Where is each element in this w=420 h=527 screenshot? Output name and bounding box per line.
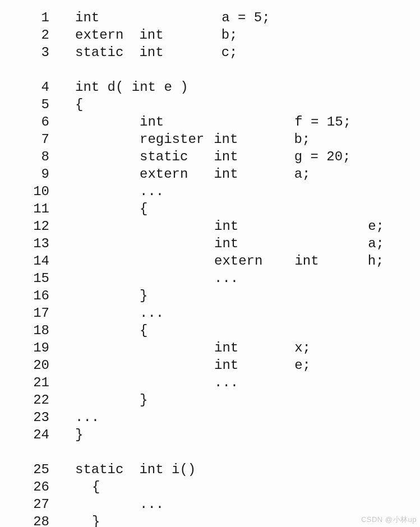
code-line: 5{: [16, 97, 416, 114]
code-token: int i(): [139, 462, 196, 477]
line-number: 19: [16, 340, 75, 355]
line-number: 14: [16, 253, 75, 269]
code-token: int: [214, 236, 238, 251]
code-token: e;: [294, 358, 311, 373]
line-number: 18: [16, 323, 75, 338]
code-token: register: [140, 132, 204, 147]
line-number: 3: [16, 45, 75, 60]
code-token: b;: [294, 132, 310, 147]
code-line: 7registerintb;: [16, 132, 416, 149]
code-token: }: [75, 427, 83, 442]
code-token: static: [75, 45, 123, 60]
code-token: static: [75, 462, 123, 477]
code-line: 1inta = 5;: [16, 10, 416, 27]
code-line: 18{: [16, 323, 416, 340]
code-token: f = 15;: [294, 114, 351, 130]
code-token: e;: [368, 219, 384, 234]
code-line: 15...: [16, 271, 416, 288]
code-token: int: [214, 167, 238, 182]
code-token: extern: [214, 253, 262, 269]
line-number: 11: [16, 201, 75, 216]
code-token: a = 5;: [221, 10, 270, 25]
line-number: 17: [16, 306, 75, 321]
code-line: 19intx;: [16, 340, 416, 358]
line-number: 13: [16, 236, 75, 251]
code-token: int: [75, 10, 99, 25]
line-number: 8: [16, 149, 75, 164]
code-line: 21...: [16, 375, 416, 392]
line-number: 1: [16, 10, 75, 25]
code-token: int: [214, 149, 238, 164]
code-line: 27...: [16, 497, 416, 514]
code-token: int: [139, 45, 163, 60]
line-number: 9: [16, 167, 75, 182]
line-number: 10: [16, 184, 75, 199]
code-token: ...: [140, 306, 164, 321]
line-number: 7: [16, 132, 75, 147]
code-token: int: [214, 132, 238, 147]
code-line: 25staticint i(): [16, 462, 416, 479]
code-line: 9externinta;: [16, 167, 416, 184]
line-number: 2: [16, 27, 75, 43]
line-number: 23: [16, 410, 75, 425]
code-token: ...: [140, 184, 164, 199]
code-line: 2externintb;: [16, 27, 416, 45]
code-token: int: [214, 340, 238, 355]
code-line: 6intf = 15;: [16, 114, 416, 132]
code-token: ...: [75, 410, 99, 425]
code-token: int: [294, 253, 319, 269]
line-number: 21: [16, 375, 75, 390]
code-token: c;: [221, 45, 238, 60]
code-token: {: [140, 201, 147, 216]
line-number: 22: [16, 392, 75, 408]
code-line: 22}: [16, 392, 416, 410]
code-line: 12inte;: [16, 219, 416, 236]
code-line: 26{: [16, 479, 416, 497]
code-token: h;: [368, 253, 384, 269]
code-token: int d( int e ): [75, 80, 188, 95]
line-number: 27: [16, 497, 75, 512]
code-token: a;: [294, 167, 311, 182]
code-token: ...: [214, 375, 238, 390]
code-token: int: [214, 358, 238, 373]
line-number: 25: [16, 462, 75, 477]
code-token: int: [139, 27, 163, 43]
line-number: 5: [16, 97, 75, 112]
code-line: 17...: [16, 306, 416, 323]
line-number: 16: [16, 288, 75, 303]
code-line: 28}: [16, 514, 416, 527]
code-token: }: [140, 392, 147, 408]
code-line: 20inte;: [16, 358, 416, 375]
code-token: }: [140, 288, 147, 303]
code-token: }: [92, 514, 100, 527]
line-number: 15: [16, 271, 75, 286]
line-number: 28: [16, 514, 75, 527]
line-number: 26: [16, 479, 75, 494]
code-token: extern: [140, 167, 188, 182]
code-line: 4int d( int e ): [16, 80, 416, 97]
code-token: int: [140, 114, 164, 130]
code-token: extern: [75, 27, 123, 43]
code-token: g = 20;: [294, 149, 351, 164]
blank-line: [16, 445, 416, 462]
blank-line: [16, 62, 416, 80]
line-number: 4: [16, 80, 75, 95]
line-number: 6: [16, 114, 75, 130]
code-token: {: [75, 97, 83, 112]
code-token: ...: [214, 271, 238, 286]
code-line: 24}: [16, 427, 416, 445]
code-line: 3staticintc;: [16, 45, 416, 62]
code-token: b;: [221, 27, 238, 43]
code-token: static: [140, 149, 188, 164]
code-listing: 1inta = 5;2externintb;3staticintc;4int d…: [0, 0, 420, 527]
line-number: 12: [16, 219, 75, 234]
code-line: 16}: [16, 288, 416, 306]
watermark-text: CSDN @小林up: [361, 515, 417, 525]
code-line: 11{: [16, 201, 416, 219]
code-token: {: [140, 323, 147, 338]
code-token: int: [214, 219, 238, 234]
code-line: 23...: [16, 410, 416, 427]
code-token: a;: [368, 236, 384, 251]
code-line: 8staticintg = 20;: [16, 149, 416, 167]
code-line: 10...: [16, 184, 416, 201]
